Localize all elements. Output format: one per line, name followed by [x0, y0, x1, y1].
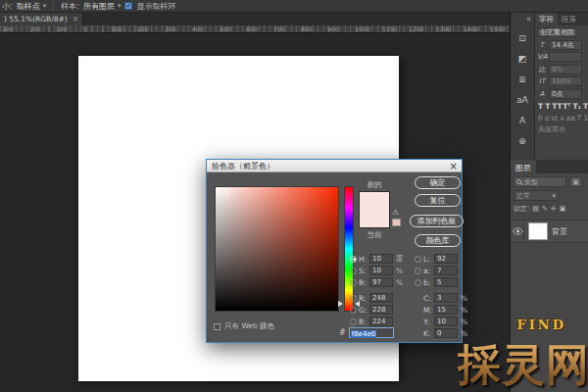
font-family-field[interactable]: 创艺繁相圆 [537, 27, 578, 37]
green-input[interactable]: 228 [369, 305, 393, 315]
glyphs-panel-icon[interactable]: aA [515, 93, 530, 106]
adjustments-panel-icon[interactable]: ◩ [515, 52, 530, 65]
ruler-tick-label: 1000 [355, 25, 369, 33]
show-sampling-ring-checkbox[interactable]: ✓ [124, 2, 132, 10]
blue-radio[interactable] [350, 318, 357, 325]
ordinals-button[interactable]: 1st [583, 114, 588, 122]
subscript-button[interactable]: T₁ [573, 102, 581, 111]
lock-transparency-icon[interactable]: ▨ [532, 205, 539, 213]
sample-layers-dropdown[interactable]: 所有图层 ▾ [83, 1, 122, 12]
collapse-panels-icon[interactable]: « [526, 15, 531, 24]
add-to-swatches-button[interactable]: 添加到色板 [410, 215, 464, 227]
cyan-input[interactable]: 3 [434, 293, 458, 303]
saturation-brightness-field[interactable] [215, 186, 339, 312]
contextual-alt-button[interactable]: ơ [545, 114, 550, 122]
lock-all-icon[interactable]: ▣ [560, 205, 566, 213]
stylistic-alt-button[interactable]: aa [566, 114, 575, 122]
sample-size-dropdown[interactable]: 取样点 ▾ [17, 1, 47, 12]
black-input[interactable]: 0 [434, 328, 458, 338]
ligatures-button[interactable]: fi [538, 114, 543, 122]
filter-type-icon[interactable]: ▣ [569, 176, 582, 187]
layer-row-background[interactable]: 背景 [511, 220, 588, 243]
layer-thumbnail[interactable] [528, 222, 548, 240]
info-panel-icon[interactable]: ⊕ [515, 134, 530, 147]
magenta-input[interactable]: 15 [434, 305, 458, 315]
close-icon[interactable]: × [73, 15, 79, 24]
ruler-tick-label: 600 [246, 25, 257, 33]
hue-unit: 度 [396, 254, 404, 264]
baseline-shift-field[interactable]: 0点 [549, 89, 582, 99]
lock-pixels-icon[interactable]: ✎ [542, 205, 548, 213]
green-radio[interactable] [350, 307, 357, 314]
lab-b-input[interactable]: 5 [434, 277, 458, 287]
lock-label: 锁定: [514, 204, 529, 214]
styles-panel-icon[interactable]: A [515, 114, 530, 126]
lab-l-radio[interactable] [415, 256, 421, 263]
cyan-unit: % [461, 294, 467, 303]
all-caps-button[interactable]: TT [552, 102, 561, 111]
saturation-radio[interactable] [350, 268, 357, 274]
lab-b-radio[interactable] [415, 279, 421, 286]
blue-input[interactable]: 224 [369, 317, 393, 326]
gamut-closest-color-swatch[interactable] [392, 219, 401, 226]
hue-slider-handle-left[interactable] [338, 301, 343, 307]
hex-input[interactable]: f8e4e0 [349, 327, 394, 338]
close-icon[interactable]: × [450, 160, 458, 172]
hue-input[interactable]: 10 [369, 254, 393, 264]
ruler-tick-label: 300 [165, 25, 175, 33]
red-input[interactable]: 248 [369, 293, 393, 303]
hue-radio[interactable] [350, 256, 357, 263]
color-field-marker[interactable] [222, 189, 229, 196]
new-current-color-swatch[interactable] [359, 191, 390, 228]
web-colors-only-checkbox[interactable] [214, 323, 220, 330]
gamut-warning-icon[interactable]: ⚠ [392, 208, 399, 217]
lab-l-input[interactable]: 92 [434, 254, 458, 264]
cyan-label: C: [423, 294, 434, 303]
underline-button[interactable]: T [583, 102, 588, 111]
small-caps-button[interactable]: Tᵀ [563, 102, 570, 111]
tool-options-bar: 小: 取样点 ▾ 样本: 所有图层 ▾ ✓ 显示取样环 [0, 0, 588, 13]
tab-layers[interactable]: 图层 [511, 160, 536, 173]
magenta-label: M: [423, 306, 434, 315]
vertical-scale-field[interactable]: 100% [549, 76, 582, 86]
layer-visibility-eye-icon[interactable] [513, 220, 524, 243]
titling-alt-button[interactable]: T [577, 114, 582, 122]
lab-a-input[interactable]: 7 [434, 266, 458, 275]
ok-button[interactable]: 确定 [415, 176, 461, 189]
saturation-input[interactable]: 10 [369, 266, 393, 275]
swash-button[interactable]: ᴀ [560, 114, 564, 122]
current-color-label: 当前 [357, 230, 392, 240]
libraries-panel-icon[interactable]: ≣ [515, 73, 530, 85]
dialog-title-bar[interactable]: 拾色器（前景色） × [207, 160, 462, 172]
horizontal-ruler[interactable]: 300 200 100 0 100 200 300 400 500 600 70… [0, 25, 510, 33]
brightness-input[interactable]: 97 [369, 277, 393, 287]
reset-button[interactable]: 复位 [415, 194, 461, 207]
discretionary-lig-button[interactable]: st [551, 114, 558, 122]
tab-paragraph[interactable]: 段落 [558, 13, 580, 25]
color-libraries-button[interactable]: 颜色库 [415, 234, 461, 247]
document-tab[interactable]: ) 55.1%(RGB/8#) × [0, 13, 83, 25]
font-size-field[interactable]: 14.4点 [549, 40, 582, 50]
tab-character[interactable]: 字符 [535, 13, 558, 25]
layer-filter-search[interactable]: 类型 [514, 176, 566, 187]
yellow-input[interactable]: 10 [434, 317, 458, 326]
faux-bold-button[interactable]: T [538, 102, 543, 111]
proportional-spacing-field[interactable]: 0% [549, 65, 582, 74]
lock-position-icon[interactable]: ✛ [551, 205, 557, 213]
blend-mode-dropdown[interactable]: 正常 ▾ [514, 190, 559, 201]
language-dropdown[interactable]: 美国英语 [538, 124, 588, 134]
sample-size-label: 小: [2, 1, 13, 12]
brightness-unit: % [396, 278, 403, 287]
tracking-field[interactable] [549, 52, 582, 62]
ruler-tick-label: 1500 [490, 25, 505, 33]
faux-italic-button[interactable]: T [545, 102, 550, 111]
brightness-label: B: [359, 278, 369, 287]
properties-panel-icon[interactable]: ⊡ [515, 31, 530, 44]
red-radio[interactable] [350, 295, 357, 302]
saturation-label: S: [359, 267, 369, 275]
brightness-radio[interactable] [350, 279, 357, 286]
dialog-title: 拾色器（前景色） [212, 162, 274, 171]
layer-name: 背景 [552, 226, 567, 237]
lab-a-radio[interactable] [415, 268, 421, 274]
photoshop-window: 小: 取样点 ▾ 样本: 所有图层 ▾ ✓ 显示取样环 ) 55.1%(RGB/… [0, 0, 588, 392]
